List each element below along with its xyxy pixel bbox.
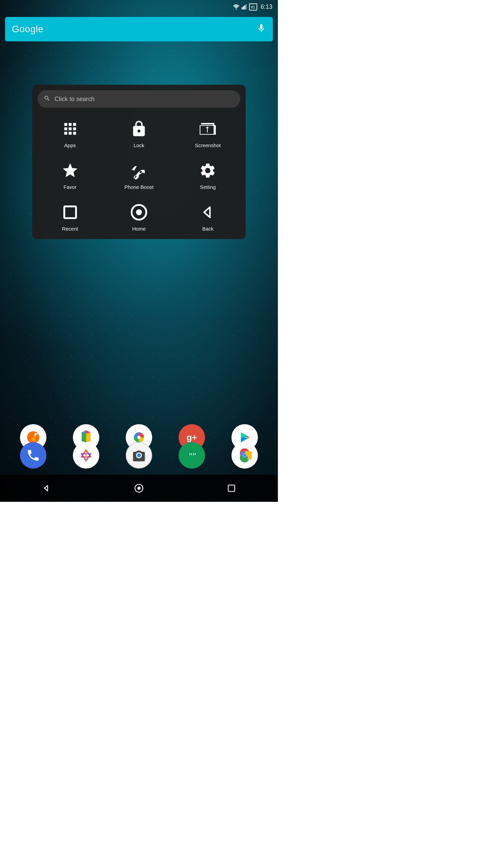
lock-icon [128,118,150,140]
svg-point-34 [138,454,140,456]
setting-button[interactable]: Setting [189,156,226,194]
screenshot-button[interactable]: Screenshot [189,114,226,152]
chrome-dock-item[interactable] [231,442,258,469]
battery-icon: 81 [249,3,257,11]
google-logo: Google [12,24,43,35]
status-icons: 81 6:13 [233,3,272,11]
google-search-bar[interactable]: Google [5,17,273,41]
home-label: Home [132,226,146,232]
bottom-dock: " " [0,437,278,474]
svg-text:": " [192,451,197,460]
svg-point-0 [236,8,237,9]
back-button[interactable]: Back [189,197,226,236]
home-icon [128,201,150,223]
phone-boost-button[interactable]: Phone Boost [120,156,158,194]
svg-marker-8 [204,207,210,217]
quick-popup: Click to search Apps Lock [32,85,246,239]
svg-rect-45 [228,485,235,492]
svg-marker-42 [44,486,47,491]
star-icon [59,160,81,181]
gear-icon [197,160,219,181]
setting-label: Setting [200,184,216,190]
camera-icon [126,442,152,469]
phone-icon [20,442,46,469]
battery-level: 81 [251,5,255,9]
popup-search[interactable]: Click to search [38,90,240,108]
installer-icon [73,442,99,469]
nav-bar [0,475,278,502]
nav-recent-button[interactable] [223,480,240,496]
svg-rect-1 [242,7,243,9]
recent-label: Recent [62,226,78,232]
status-time: 6:13 [261,3,272,11]
recent-button[interactable]: Recent [52,197,89,236]
rocket-icon [128,160,150,181]
lock-label: Lock [134,142,144,148]
home-button[interactable]: Home [120,197,158,236]
popup-row-3: Recent Home Back [32,194,246,236]
phone-dock-item[interactable] [20,442,46,469]
wifi-icon [233,4,240,9]
svg-rect-3 [244,5,245,9]
svg-rect-5 [64,206,76,218]
svg-rect-4 [246,4,247,9]
nav-back-button[interactable] [38,480,55,496]
phone-boost-label: Phone Boost [124,184,154,190]
apps-icon [59,118,81,140]
camera-dock-item[interactable] [126,442,152,469]
hangouts-dock-item[interactable]: " " [179,442,205,469]
mic-icon[interactable] [257,23,266,35]
recent-icon [59,201,81,223]
back-label: Back [202,226,214,232]
screenshot-icon [197,118,219,140]
apps-button[interactable]: Apps [52,114,89,152]
svg-rect-2 [243,6,244,9]
popup-row-2: Favor Phone Boost Setting [32,152,246,194]
signal-icon [242,4,247,9]
svg-point-7 [136,209,142,215]
screenshot-label: Screenshot [195,142,221,148]
favor-label: Favor [63,184,76,190]
svg-point-41 [243,454,246,457]
popup-row-1: Apps Lock Screenshot [32,111,246,152]
popup-search-placeholder: Click to search [55,96,95,103]
status-bar: 81 6:13 [0,0,278,14]
nav-home-button[interactable] [131,480,147,496]
screen: 81 6:13 Google Click to search [0,0,278,502]
chrome-icon [231,442,258,469]
hangouts-icon: " " [179,442,205,469]
installer-dock-item[interactable] [73,442,99,469]
back-icon [197,201,219,223]
lock-button[interactable]: Lock [120,114,158,152]
favor-button[interactable]: Favor [52,156,89,194]
svg-point-44 [137,487,140,490]
popup-search-icon [44,95,50,103]
apps-label: Apps [64,142,76,148]
